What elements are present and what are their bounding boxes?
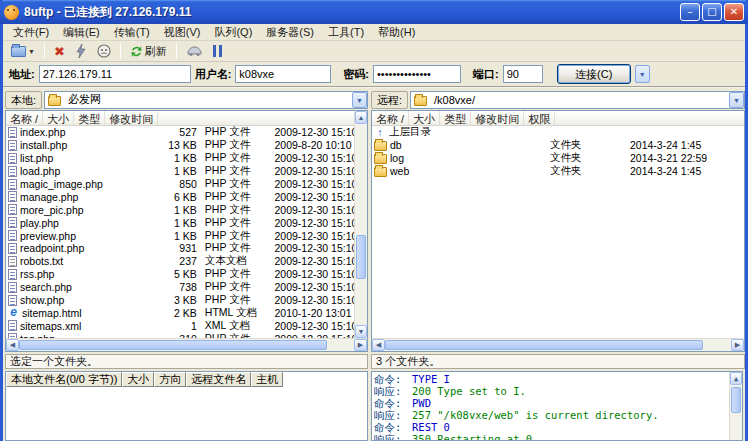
menu-bar: 文件(F)编辑(E)传输(T)视图(V)队列(Q)服务器(S)工具(T)帮助(H… [3, 24, 745, 41]
transfer-mode-button[interactable] [182, 42, 207, 61]
table-row[interactable]: list.php 1 KB PHP 文件 2009-12-30 15:10 [6, 152, 354, 165]
menu-item[interactable]: 文件(F) [6, 24, 56, 41]
refresh-label: 刷新 [145, 44, 167, 59]
column-header[interactable]: 大小 [43, 111, 74, 125]
remote-path-dropdown[interactable]: ▼ [729, 92, 744, 108]
pause-button[interactable] [209, 42, 226, 61]
title-bar[interactable]: 8uftp - 已连接到 27.126.179.11 – □ ✕ [0, 0, 748, 24]
column-header[interactable]: 大小 [122, 372, 154, 387]
local-horizontal-scrollbar[interactable]: ◀ ▶ [6, 338, 367, 351]
menu-item[interactable]: 队列(Q) [207, 24, 259, 41]
column-header[interactable]: 远程文件名 [186, 372, 251, 387]
username-input[interactable] [235, 65, 331, 83]
scroll-thumb[interactable] [356, 235, 366, 279]
column-header[interactable]: 名称 / [6, 111, 43, 125]
table-row[interactable]: log 文件夹 2014-3-21 22:59 [372, 152, 744, 165]
local-vertical-scrollbar[interactable]: ▲ ▼ [354, 111, 367, 338]
transfer-queue: 本地文件名(0/0 字节))大小方向远程文件名主机 [5, 371, 368, 441]
site-manager-button[interactable]: ▼ [7, 42, 39, 61]
file-time: 2009-12-30 15:10 [270, 178, 354, 190]
table-row[interactable]: index.php 527 PHP 文件 2009-12-30 15:10 [6, 126, 354, 139]
file-time: 2009-12-30 15:10 [270, 320, 354, 332]
scroll-thumb[interactable] [731, 387, 741, 413]
table-row[interactable]: search.php 738 PHP 文件 2009-12-30 15:10 [6, 281, 354, 294]
file-icon [374, 154, 387, 164]
table-row[interactable]: readpoint.php 931 PHP 文件 2009-12-30 15:1… [6, 242, 354, 255]
column-header[interactable]: 大小 [409, 111, 440, 125]
local-path-combo[interactable]: 必发网 ▼ [44, 91, 368, 109]
file-size: 1 [151, 320, 201, 332]
column-header[interactable]: 修改时间 [105, 111, 158, 125]
file-size: 738 [151, 281, 201, 293]
password-input[interactable] [373, 65, 461, 83]
table-row[interactable]: more_pic.php 1 KB PHP 文件 2009-12-30 15:1… [6, 203, 354, 216]
file-size: 1 KB [151, 165, 201, 177]
scroll-right-icon[interactable]: ▶ [731, 339, 744, 351]
connect-dropdown-button[interactable]: ▼ [635, 65, 650, 83]
file-type: PHP 文件 [201, 241, 271, 255]
scroll-thumb[interactable] [19, 340, 327, 350]
table-row[interactable]: 上层目录 [372, 126, 744, 139]
table-row[interactable]: web 文件夹 2014-3-24 1:45 [372, 165, 744, 178]
log-entry-label: 命令: [374, 421, 412, 433]
log-scrollbar[interactable]: ▲ [729, 372, 742, 440]
file-time: 2009-12-30 15:10 [270, 126, 354, 138]
table-row[interactable]: manage.php 6 KB PHP 文件 2009-12-30 15:10 [6, 190, 354, 203]
scroll-down-icon[interactable]: ▼ [355, 325, 367, 338]
refresh-button[interactable]: 刷新 [126, 42, 171, 61]
table-row[interactable]: magic_image.php 850 PHP 文件 2009-12-30 15… [6, 178, 354, 191]
table-row[interactable]: play.php 1 KB PHP 文件 2009-12-30 15:10 [6, 216, 354, 229]
column-header[interactable]: 类型 [440, 111, 471, 125]
remote-path-combo[interactable]: /k08vxe/ ▼ [410, 91, 745, 109]
table-row[interactable]: robots.txt 237 文本文档 2009-12-30 15:10 [6, 255, 354, 268]
table-row[interactable]: install.php 13 KB PHP 文件 2009-8-20 10:10 [6, 139, 354, 152]
menu-item[interactable]: 工具(T) [321, 24, 371, 41]
address-input[interactable] [39, 65, 191, 83]
file-icon [8, 243, 17, 254]
scroll-thumb[interactable] [385, 340, 703, 350]
file-name: rss.php [20, 268, 54, 280]
reconnect-button[interactable] [71, 42, 91, 61]
connect-button[interactable]: 连接(C) [557, 64, 631, 84]
menu-item[interactable]: 编辑(E) [56, 24, 107, 41]
table-row[interactable]: sitemap.html 2 KB HTML 文档 2010-1-20 13:0… [6, 306, 354, 319]
table-row[interactable]: sitemaps.xml 1 XML 文档 2009-12-30 15:10 [6, 319, 354, 332]
table-row[interactable]: db 文件夹 2014-3-24 1:45 [372, 139, 744, 152]
menu-item[interactable]: 传输(T) [107, 24, 157, 41]
column-header[interactable]: 方向 [154, 372, 186, 387]
scroll-up-icon[interactable]: ▲ [730, 372, 742, 385]
table-row[interactable]: rss.php 5 KB PHP 文件 2009-12-30 15:10 [6, 268, 354, 281]
file-time: 2014-3-24 1:45 [626, 139, 710, 151]
file-time: 2014-3-24 1:45 [626, 165, 710, 177]
maximize-button[interactable]: □ [702, 3, 722, 21]
local-path-dropdown[interactable]: ▼ [352, 92, 367, 108]
close-button[interactable]: ✕ [724, 3, 744, 21]
scroll-left-icon[interactable]: ◀ [6, 339, 19, 351]
scroll-left-icon[interactable]: ◀ [372, 339, 385, 351]
file-icon [374, 167, 387, 177]
column-header[interactable]: 主机 [251, 372, 283, 387]
column-header[interactable]: 修改时间 [471, 111, 524, 125]
table-row[interactable]: show.php 3 KB PHP 文件 2009-12-30 15:10 [6, 294, 354, 307]
menu-item[interactable]: 帮助(H) [371, 24, 422, 41]
column-header[interactable]: 类型 [74, 111, 105, 125]
menu-item[interactable]: 服务器(S) [259, 24, 321, 41]
scroll-right-icon[interactable]: ▶ [354, 339, 367, 351]
file-time: 2009-12-30 15:10 [270, 242, 354, 254]
abort-button[interactable] [93, 42, 115, 61]
scroll-up-icon[interactable]: ▲ [355, 111, 367, 124]
table-row[interactable]: tag.php 310 PHP 文件 2009-12-30 15:10 [6, 332, 354, 338]
column-header[interactable]: 名称 / [372, 111, 409, 125]
port-input[interactable] [503, 65, 543, 83]
minimize-button[interactable]: – [680, 3, 700, 21]
file-type: 文件夹 [546, 164, 626, 178]
remote-horizontal-scrollbar[interactable]: ◀ ▶ [372, 338, 744, 351]
column-header[interactable]: 本地文件名(0/0 字节)) [6, 372, 122, 387]
file-name: tag.php [20, 333, 55, 338]
table-row[interactable]: preview.php 1 KB PHP 文件 2009-12-30 15:10 [6, 229, 354, 242]
disconnect-button[interactable]: ✖ [50, 42, 69, 61]
column-header[interactable]: 权限 [524, 111, 555, 125]
file-size: 1 KB [151, 152, 201, 164]
table-row[interactable]: load.php 1 KB PHP 文件 2009-12-30 15:10 [6, 165, 354, 178]
menu-item[interactable]: 视图(V) [157, 24, 208, 41]
